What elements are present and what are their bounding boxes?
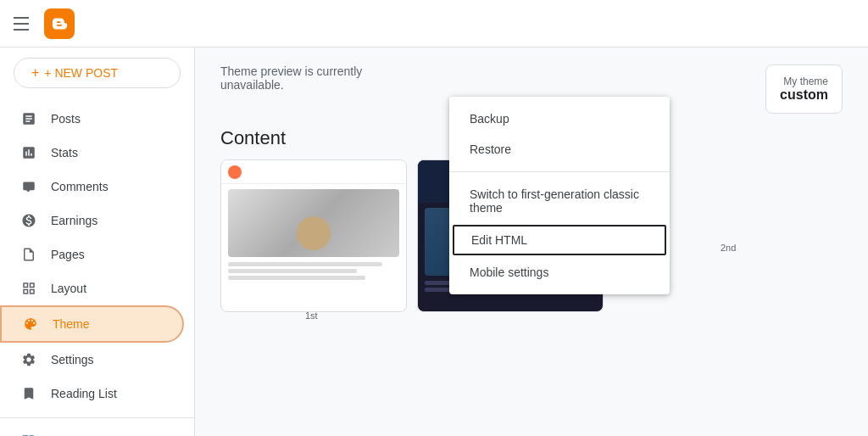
settings-icon [20,351,37,368]
earnings-icon [20,212,37,229]
app-header [0,0,868,48]
sidebar-item-stats-label: Stats [51,146,78,159]
thumb-light-image [228,189,399,257]
stats-icon [20,144,37,161]
annotation-second: 2nd [721,243,736,253]
my-theme-label: My theme [780,75,828,87]
windmill-shape [297,216,331,250]
preview-unavailable-text: Theme preview is currently unavailable. [220,64,390,92]
theme-thumbnail-light[interactable] [220,159,407,312]
sidebar-item-earnings-label: Earnings [51,214,97,227]
sidebar-item-comments[interactable]: Comments [0,170,184,204]
theme-icon [22,316,39,333]
sidebar-item-reading-list-label: Reading List [51,387,117,400]
blogger-logo-icon [50,14,69,33]
dropdown-item-edit-html[interactable]: Edit HTML [453,225,666,255]
blogger-logo [44,8,75,39]
posts-icon [20,110,37,127]
sidebar-item-comments-label: Comments [51,180,108,193]
sidebar-item-posts-label: Posts [51,112,81,126]
thumb-text-line-3 [228,276,365,280]
dropdown-divider [449,171,670,172]
main-layout: + + NEW POST Posts Stats Comments [0,48,868,436]
dropdown-item-restore[interactable]: Restore [449,134,670,165]
my-theme-box: My theme custom [765,64,843,114]
dropdown-item-mobile-settings[interactable]: Mobile settings [449,257,670,288]
content-label-text-cut: nt [270,127,286,148]
dropdown-menu: Backup Restore Switch to first-generatio… [449,97,670,294]
my-theme-name: custom [780,87,828,103]
sidebar-item-stats[interactable]: Stats [0,136,184,170]
sidebar-item-theme-label: Theme [53,317,90,331]
annotation-first: 1st [305,310,318,321]
reading-list-icon [20,385,37,402]
new-post-button[interactable]: + + NEW POST [14,58,181,88]
sidebar-item-reading-list[interactable]: Reading List [0,377,184,411]
sidebar-item-pages[interactable]: Pages [0,238,184,271]
new-post-label: + NEW POST [44,66,118,80]
content-label-text: Conte [220,127,270,148]
sidebar-item-settings-label: Settings [51,353,94,366]
thumb-light-text-lines [228,262,399,280]
layout-icon [20,280,37,297]
sidebar-item-settings[interactable]: Settings [0,343,184,377]
pages-icon [20,246,37,263]
sidebar-item-earnings[interactable]: Earnings [0,204,184,238]
content-area: Theme preview is currently unavailable. … [195,48,868,436]
sidebar-item-theme[interactable]: Theme [0,305,184,343]
dropdown-item-backup[interactable]: Backup [449,103,670,134]
dropdown-item-switch-classic[interactable]: Switch to first-generation classic theme [449,179,670,223]
comments-icon [20,178,37,195]
thumb-light-content [221,184,406,288]
hamburger-menu-button[interactable] [14,14,34,34]
thumb-light-header [221,160,406,184]
thumb-text-line-1 [228,262,382,266]
sidebar-item-pages-label: Pages [51,248,85,261]
thumb-text-line-2 [228,269,357,273]
thumb-avatar-icon [228,165,242,179]
sidebar: + + NEW POST Posts Stats Comments [0,48,195,436]
preview-info: Theme preview is currently unavailable. [220,64,390,92]
sidebar-item-view-blog[interactable]: View blog [0,425,194,436]
sidebar-item-posts[interactable]: Posts [0,102,184,136]
plus-icon: + [31,65,39,81]
sidebar-divider [0,417,194,418]
sidebar-item-layout[interactable]: Layout [0,271,184,305]
sidebar-item-layout-label: Layout [51,282,86,295]
